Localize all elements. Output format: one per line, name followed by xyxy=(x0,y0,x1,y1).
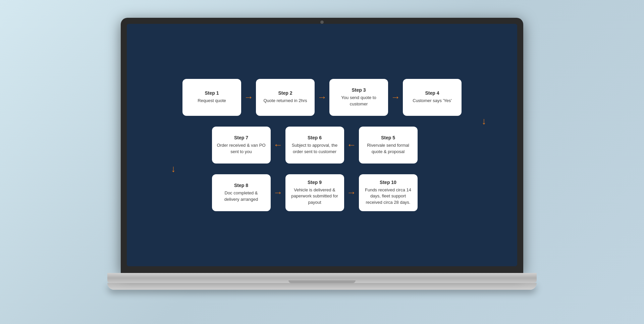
step-9-body: Vehicle is delivered & paperwork submitt… xyxy=(290,187,339,205)
arrow-5-6: → xyxy=(347,140,356,150)
step-9-box: Step 9 Vehicle is delivered & paperwork … xyxy=(285,174,344,211)
step-10-title: Step 10 xyxy=(380,180,396,185)
step-2-title: Step 2 xyxy=(278,90,292,96)
step-7-body: Order received & van PO sent to you xyxy=(217,142,266,154)
step-3-box: Step 3 You send quote to customer xyxy=(329,79,388,116)
step-1-body: Request quote xyxy=(198,98,226,104)
step-5-box: Step 5 Rivervale send formal quote & pro… xyxy=(359,127,418,164)
step-1-title: Step 1 xyxy=(205,90,219,96)
arrow-6-7: → xyxy=(273,140,283,150)
laptop-base xyxy=(107,273,537,283)
step-7-title: Step 7 xyxy=(234,135,248,140)
arrow-4-5-container: ↓ xyxy=(168,117,490,126)
flowchart: Step 1 Request quote → Step 2 Quote retu… xyxy=(161,72,483,218)
step-10-box: Step 10 Funds received circa 14 days, fl… xyxy=(359,174,418,211)
step-5-title: Step 5 xyxy=(381,135,395,140)
arrow-3-4: → xyxy=(391,93,400,102)
arrow-7-8-container: ↓ xyxy=(168,164,490,174)
laptop-stand xyxy=(107,283,537,290)
step-8-box: Step 8 Doc completed & delivery arranged xyxy=(212,174,271,211)
step-9-title: Step 9 xyxy=(308,180,322,185)
step-8-body: Doc completed & delivery arranged xyxy=(217,190,266,202)
step-6-title: Step 6 xyxy=(308,135,322,140)
step-4-title: Step 4 xyxy=(425,90,439,96)
step-10-body: Funds received circa 14 days, fleet supp… xyxy=(364,187,413,205)
step-5-body: Rivervale send formal quote & proposal xyxy=(364,142,413,154)
step-1-box: Step 1 Request quote xyxy=(182,79,241,116)
arrow-1-2: → xyxy=(244,93,253,102)
laptop-screen-outer: Step 1 Request quote → Step 2 Quote retu… xyxy=(121,18,523,273)
laptop-wrapper: Step 1 Request quote → Step 2 Quote retu… xyxy=(104,18,540,307)
step-3-body: You send quote to customer xyxy=(334,95,383,107)
step-4-box: Step 4 Customer says 'Yes' xyxy=(403,79,462,116)
row-1: Step 1 Request quote → Step 2 Quote retu… xyxy=(168,79,476,116)
step-2-box: Step 2 Quote returned in 2hrs xyxy=(256,79,315,116)
arrow-4-5: ↓ xyxy=(482,117,486,126)
step-6-box: Step 6 Subject to approval, the order se… xyxy=(285,127,344,164)
arrow-2-3: → xyxy=(317,93,327,102)
step-7-box: Step 7 Order received & van PO sent to y… xyxy=(212,127,271,164)
step-2-body: Quote returned in 2hrs xyxy=(263,98,307,104)
step-4-body: Customer says 'Yes' xyxy=(413,98,451,104)
arrow-7-8: ↓ xyxy=(171,164,176,174)
laptop-screen: Step 1 Request quote → Step 2 Quote retu… xyxy=(127,24,517,266)
step-8-title: Step 8 xyxy=(234,183,248,188)
arrow-8-9: → xyxy=(273,188,283,197)
arrow-9-10: → xyxy=(347,188,356,197)
laptop-camera xyxy=(320,20,324,24)
step-6-body: Subject to approval, the order sent to c… xyxy=(290,142,339,154)
step-3-title: Step 3 xyxy=(352,87,366,93)
row-3: Step 8 Doc completed & delivery arranged… xyxy=(168,174,476,211)
row-2: Step 7 Order received & van PO sent to y… xyxy=(168,127,476,164)
